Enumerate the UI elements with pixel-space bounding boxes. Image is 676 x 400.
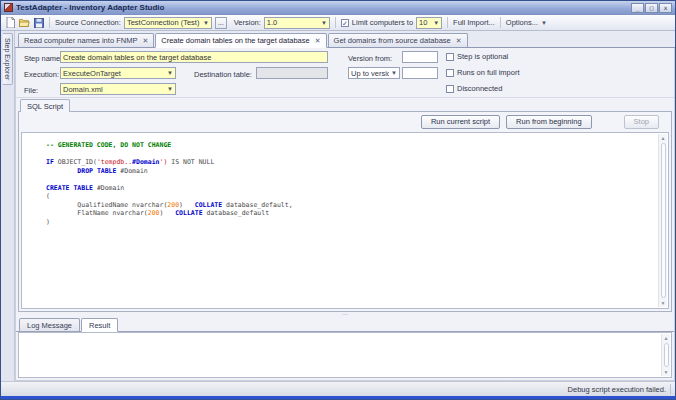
tab-label: Get domains from source database: [334, 36, 451, 45]
step-explorer-tab[interactable]: Step Explorer: [3, 33, 13, 85]
destination-table-label: Destination table:: [194, 70, 252, 79]
result-panel: ▲ ▼: [18, 332, 672, 378]
version-combo[interactable]: 1.0 ▼: [264, 17, 330, 29]
checkbox-label: Step is optional: [457, 52, 508, 61]
sql-editor[interactable]: -- GENERATED CODE, DO NOT CHANGE IF OBJE…: [21, 132, 669, 309]
execution-combo[interactable]: ExecuteOnTarget▼: [60, 67, 176, 79]
toolbar-separator: [49, 17, 50, 28]
scroll-down-icon[interactable]: ▼: [661, 300, 666, 306]
new-file-icon[interactable]: [5, 17, 16, 28]
save-icon[interactable]: [33, 17, 44, 28]
checkbox-icon: [446, 85, 454, 93]
chevron-down-icon: ▼: [203, 20, 209, 26]
disconnected-checkbox[interactable]: Disconnected: [446, 84, 502, 93]
runs-full-import-checkbox[interactable]: Runs on full import: [446, 68, 520, 77]
options-button[interactable]: Options...: [506, 18, 538, 27]
version-value: 1.0: [267, 18, 319, 27]
sql-code: -- GENERATED CODE, DO NOT CHANGE IF OBJE…: [22, 133, 668, 226]
version-label: Version:: [234, 18, 261, 27]
scroll-up-icon[interactable]: ▲: [661, 135, 666, 141]
limit-computers-combo[interactable]: 10 ▼: [416, 17, 442, 29]
close-tab-icon[interactable]: ✕: [142, 37, 148, 44]
up-to-version-label: Up to version:: [351, 69, 389, 78]
file-value: Domain.xml: [63, 85, 165, 94]
status-bar: Debug script execution failed.: [1, 381, 675, 396]
run-current-script-button[interactable]: Run current script: [421, 115, 500, 129]
close-tab-icon[interactable]: ✕: [315, 37, 321, 44]
stop-button: Stop: [624, 115, 659, 129]
browse-connection-button[interactable]: ...: [215, 17, 227, 29]
title-bar: TestAdapter - Inventory Adapter Studio _…: [1, 1, 675, 15]
tab-get-domains[interactable]: Get domains from source database ✕: [328, 33, 468, 47]
step-name-input[interactable]: [60, 51, 328, 63]
tab-read-computer-names[interactable]: Read computer names into FNMP ✕: [18, 33, 154, 47]
close-tab-icon[interactable]: ✕: [456, 37, 462, 44]
full-import-button[interactable]: Full Import...: [453, 18, 495, 27]
checkbox-label: Runs on full import: [457, 68, 520, 77]
checkbox-icon: [446, 53, 454, 61]
scroll-down-icon[interactable]: ▼: [664, 369, 669, 375]
up-to-version-input[interactable]: [402, 67, 438, 79]
version-from-label: Version from:: [348, 54, 392, 63]
source-connection-value: TestConnection (Test): [127, 18, 201, 27]
editor-scrollbar[interactable]: ▲ ▼: [658, 134, 667, 307]
limit-computers-checkbox[interactable]: ✓: [341, 19, 349, 27]
side-panel-strip: Step Explorer: [1, 31, 15, 381]
source-connection-label: Source Connection:: [55, 18, 121, 27]
scrollbar-thumb[interactable]: [661, 143, 666, 298]
window-title: TestAdapter - Inventory Adapter Studio: [16, 3, 628, 12]
toolbar-separator: [500, 17, 501, 28]
execution-value: ExecuteOnTarget: [63, 69, 165, 78]
file-label: File:: [24, 86, 38, 95]
tab-result[interactable]: Result: [81, 318, 118, 332]
chevron-down-icon: ▼: [391, 70, 397, 76]
limit-computers-label: Limit computers to: [352, 18, 413, 27]
checkbox-icon: [446, 69, 454, 77]
app-window: TestAdapter - Inventory Adapter Studio _…: [0, 0, 676, 400]
tab-log-message[interactable]: Log Message: [19, 318, 80, 331]
destination-table-input: [256, 67, 328, 79]
file-combo[interactable]: Domain.xml▼: [60, 83, 176, 95]
execution-label: Execution:: [24, 70, 59, 79]
maximize-button[interactable]: □: [645, 3, 658, 13]
run-from-beginning-button[interactable]: Run from beginning: [506, 115, 591, 129]
source-connection-combo[interactable]: TestConnection (Test) ▼: [124, 17, 212, 29]
output-tabstrip: Log Message Result: [16, 317, 674, 332]
script-tabstrip: SQL Script: [16, 98, 674, 111]
main-toolbar: Source Connection: TestConnection (Test)…: [1, 15, 675, 31]
chevron-down-icon: ▼: [433, 20, 439, 26]
chevron-down-icon: ▼: [321, 20, 327, 26]
limit-computers-value: 10: [419, 18, 431, 27]
app-icon: [4, 3, 13, 12]
toolbar-separator: [447, 17, 448, 28]
document-tabstrip: Read computer names into FNMP ✕ Create d…: [15, 31, 675, 48]
result-scrollbar[interactable]: ▲ ▼: [661, 334, 670, 376]
tab-sql-script[interactable]: SQL Script: [20, 99, 70, 112]
toolbar-separator: [335, 17, 336, 28]
scroll-up-icon[interactable]: ▲: [664, 335, 669, 341]
window-frame-bottom: [1, 396, 675, 399]
step-optional-checkbox[interactable]: Step is optional: [446, 52, 508, 61]
chevron-down-icon: ▼: [541, 20, 547, 26]
open-folder-icon[interactable]: [19, 17, 30, 28]
checkbox-label: Disconnected: [457, 84, 502, 93]
close-button[interactable]: x: [659, 3, 672, 13]
chevron-down-icon: ▼: [167, 86, 173, 92]
tab-label: Create domain tables on the target datab…: [161, 36, 309, 45]
script-panel: Run current script Run from beginning St…: [18, 111, 672, 312]
status-message: Debug script execution failed.: [568, 385, 666, 394]
step-form: Step name: Execution: ExecuteOnTarget▼ D…: [16, 48, 674, 98]
minimize-button[interactable]: _: [631, 3, 644, 13]
up-to-version-combo[interactable]: Up to version:▼: [348, 67, 400, 79]
version-from-input[interactable]: [402, 51, 438, 63]
step-name-label: Step name:: [24, 54, 62, 63]
status-separator: [670, 384, 671, 394]
scrollbar-thumb[interactable]: [664, 343, 669, 367]
run-toolbar: Run current script Run from beginning St…: [19, 112, 671, 132]
tab-create-domain-tables[interactable]: Create domain tables on the target datab…: [155, 33, 326, 48]
tab-label: Read computer names into FNMP: [24, 36, 137, 45]
chevron-down-icon: ▼: [167, 70, 173, 76]
